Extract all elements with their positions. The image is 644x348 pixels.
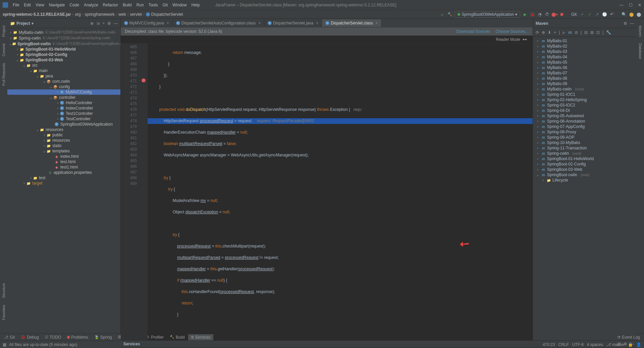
attach-icon[interactable]: ⬤▾	[552, 12, 557, 17]
reload-icon[interactable]: ⟳	[536, 30, 539, 35]
git-commit-icon[interactable]: ✓	[587, 12, 592, 17]
encoding[interactable]: UTF-8	[572, 342, 584, 347]
choose-sources-link[interactable]: Choose Sources...	[495, 29, 529, 34]
close-tab-icon[interactable]: ×	[316, 21, 318, 25]
git-history-icon[interactable]: 🕑	[602, 12, 607, 17]
hide-icon[interactable]: —	[630, 21, 634, 26]
menu-git[interactable]: Git	[161, 1, 170, 9]
generate-icon[interactable]: ⊕	[542, 30, 545, 35]
menu-analyze[interactable]: Analyze	[82, 1, 100, 9]
crumb-springframework[interactable]: springframework	[85, 12, 115, 17]
collapse-icon[interactable]: ⊟	[584, 30, 588, 35]
strip-database[interactable]: Database	[638, 43, 642, 59]
project-tree[interactable]: ›📁MyBatis-cwlinE:\Java学习历程\JavaFrame\MyB…	[7, 28, 120, 333]
line-ending[interactable]: CRLF	[558, 342, 569, 347]
search-icon[interactable]: 🔍	[621, 12, 627, 17]
tab-autoconfiguration[interactable]: CDispatcherServletAutoConfiguration.clas…	[173, 19, 264, 27]
menu-build[interactable]: Build	[121, 1, 134, 9]
close-tab-icon[interactable]: ×	[376, 21, 378, 25]
code-editor[interactable]: ➘ 46546646746846947047147247347447547647…	[121, 44, 533, 340]
wrench-icon[interactable]: 🔧	[606, 30, 611, 35]
indent[interactable]: 4 spaces	[587, 342, 603, 347]
debug-icon[interactable]: 🐞	[530, 12, 535, 17]
download-icon[interactable]: ⬇	[548, 30, 551, 35]
git-push-icon[interactable]: ↗	[594, 12, 600, 17]
hide-icon[interactable]: —	[114, 21, 118, 26]
run-config-select[interactable]: SpringBoot03WebApplication ▾	[454, 11, 520, 18]
tab-dispatcher-java[interactable]: CDispatcherServlet.java×	[264, 19, 322, 27]
expand-icon[interactable]: ⇲	[96, 21, 100, 26]
gear-icon[interactable]: ⚙	[624, 21, 627, 26]
menu-tools[interactable]: Tools	[147, 1, 160, 9]
chevron-down-icon[interactable]: ▾	[32, 21, 34, 26]
tab-todo[interactable]: ☑ TODO	[42, 334, 64, 340]
breakpoint-icon[interactable]	[142, 78, 146, 82]
strip-structure[interactable]: Structure	[2, 283, 6, 298]
menu-refactor[interactable]: Refactor	[101, 1, 120, 9]
strip-pull-requests[interactable]: Pull Requests	[2, 63, 6, 86]
crumb-class[interactable]: DispatcherServlet	[151, 12, 183, 17]
maximize-icon[interactable]: ☐	[629, 3, 633, 7]
close-tab-icon[interactable]: ×	[258, 21, 261, 25]
strip-maven[interactable]: Maven	[638, 25, 642, 37]
tab-problems[interactable]: Problems	[64, 334, 91, 340]
collapse-icon[interactable]: ÷	[102, 21, 105, 26]
menu-window[interactable]: Window	[170, 1, 189, 9]
tab-debug[interactable]: 🐞 Debug	[18, 334, 41, 340]
stop-icon[interactable]	[559, 12, 565, 17]
menu-file[interactable]: File	[11, 1, 21, 9]
coverage-icon[interactable]: ◔	[537, 12, 542, 17]
tab-mymvcconfig[interactable]: CMyMVCConfig.java×	[121, 19, 173, 27]
tab-git[interactable]: ⎇ Git	[1, 334, 17, 340]
crumb-org[interactable]: org	[75, 12, 80, 17]
crumb-servlet[interactable]: servlet	[130, 12, 142, 17]
menu-view[interactable]: View	[34, 1, 46, 9]
settings-icon[interactable]: ⬤	[629, 12, 634, 17]
highlight-icon[interactable]: 👤	[636, 342, 641, 347]
line-gutter[interactable]: 4654664674684694704714724734744754764774…	[121, 44, 140, 340]
profiler-icon[interactable]: ⏱	[544, 12, 550, 17]
lock-icon[interactable]: 🔒	[628, 342, 633, 347]
menu-help[interactable]: Help	[190, 1, 202, 9]
tab-dispatcher-class[interactable]: CDispatcherServlet.class×	[322, 19, 381, 27]
maven-tree[interactable]: ›mMyBatis-01›mMyBatis-02›mMyBatis-03›mMy…	[533, 37, 637, 340]
decompile-msg: Decompiled .class file, bytecode version…	[125, 29, 222, 34]
reader-mode-label[interactable]: Reader Mode	[496, 37, 520, 42]
close-tab-icon[interactable]: ×	[167, 21, 169, 25]
crumb-web[interactable]: web	[118, 12, 126, 17]
run-icon[interactable]: ▶	[562, 30, 566, 35]
add-icon[interactable]: +	[554, 30, 556, 35]
menu-navigate[interactable]: Navigate	[47, 1, 67, 9]
back-icon[interactable]: ↙	[440, 12, 445, 17]
cursor-position[interactable]: 470:23	[543, 342, 555, 347]
run-config-label: SpringBoot03WebApplication	[462, 12, 514, 17]
breakpoint-gutter[interactable]	[140, 44, 148, 340]
download-sources-link[interactable]: Download Sources	[457, 29, 490, 34]
diagram-icon[interactable]: ⊡	[596, 30, 600, 35]
git-rollback-icon[interactable]: ↶	[609, 12, 614, 17]
skip-icon[interactable]: ⊘	[575, 30, 578, 35]
code-body[interactable]: return message; } }); } protected void d…	[148, 44, 533, 340]
menu-run[interactable]: Run	[135, 1, 146, 9]
git-branch[interactable]: ⎇ master	[606, 342, 625, 347]
menu-edit[interactable]: Edit	[22, 1, 33, 9]
notifications-icon[interactable]: ⬤	[636, 12, 641, 17]
strip-favorites[interactable]: Favorites	[2, 305, 6, 320]
crumb-jar[interactable]: spring-webmvc-5.2.12.RELEASE.jar	[3, 12, 71, 17]
m-icon[interactable]: m	[568, 30, 572, 35]
selector-icon[interactable]: ⊕	[90, 21, 94, 26]
expand-icon[interactable]: ⊞	[590, 30, 594, 35]
run-icon[interactable]: ▶	[522, 12, 528, 17]
app-logo-icon	[3, 2, 8, 8]
event-log[interactable]: ◔ Event Log	[614, 334, 643, 340]
hammer-icon[interactable]: 🔨	[447, 12, 452, 17]
menu-code[interactable]: Code	[67, 1, 81, 9]
git-update-icon[interactable]: ✓	[580, 12, 585, 17]
strip-project[interactable]: Project	[2, 25, 6, 37]
gear-icon[interactable]: ⚙	[107, 21, 111, 26]
tab-spring[interactable]: 🍃 Spring	[92, 334, 115, 340]
strip-commit[interactable]: Commit	[2, 44, 6, 56]
tools-grid-icon[interactable]: ▦	[3, 342, 6, 347]
minimize-icon[interactable]: —	[620, 3, 624, 7]
close-icon[interactable]: ✕	[638, 3, 641, 7]
